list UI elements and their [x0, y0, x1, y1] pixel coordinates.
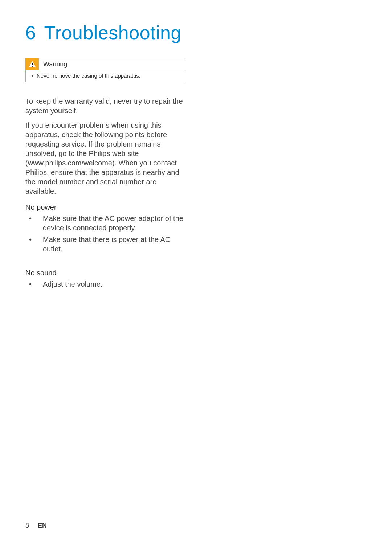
- warning-label: Warning: [39, 59, 67, 70]
- body-paragraph: If you encounter problems when using thi…: [25, 120, 185, 196]
- svg-point-1: [32, 66, 33, 67]
- warning-content: •Never remove the casing of this apparat…: [26, 70, 185, 82]
- section-list-no-sound: Adjust the volume.: [25, 279, 185, 289]
- chapter-number: 6: [25, 22, 36, 44]
- page-language: EN: [38, 522, 47, 529]
- warning-box: Warning •Never remove the casing of this…: [25, 58, 185, 82]
- body-paragraph: To keep the warranty valid, never try to…: [25, 97, 185, 115]
- warning-header: Warning: [26, 58, 185, 70]
- section-heading-no-sound: No sound: [25, 269, 185, 277]
- page-number: 8: [25, 522, 29, 529]
- chapter-heading: 6Troubleshooting: [25, 22, 185, 44]
- warning-icon: [26, 58, 39, 70]
- section-list-no-power: Make sure that the AC power adaptor of t…: [25, 214, 185, 254]
- page-footer: 8EN: [25, 522, 47, 529]
- list-item: Make sure that there is power at the AC …: [25, 235, 185, 254]
- chapter-title: Troubleshooting: [44, 22, 181, 43]
- svg-rect-0: [32, 63, 33, 65]
- list-item: Adjust the volume.: [25, 279, 185, 289]
- list-item: Make sure that the AC power adaptor of t…: [25, 214, 185, 233]
- section-heading-no-power: No power: [25, 203, 185, 212]
- warning-item: Never remove the casing of this apparatu…: [37, 73, 140, 79]
